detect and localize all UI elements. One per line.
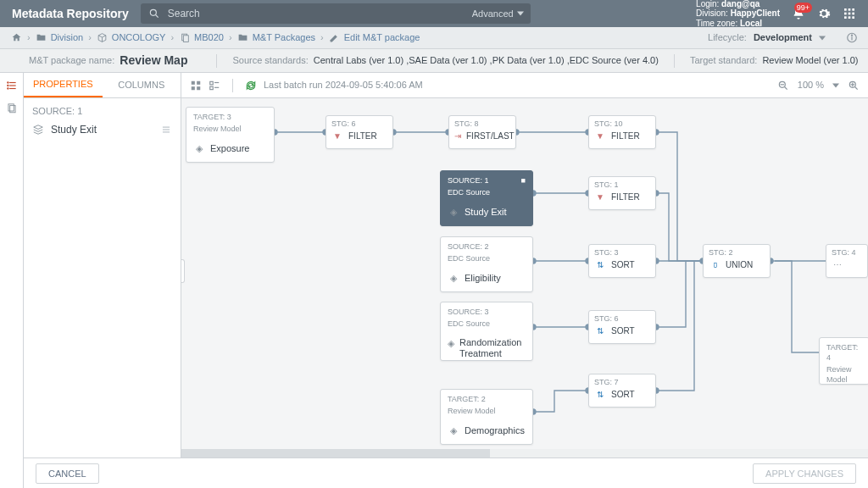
doc-icon — [179, 32, 191, 44]
node-lab[interactable]: TARGET: 4Review Model ◈Laboratory Result… — [819, 337, 868, 385]
search-input[interactable] — [166, 7, 467, 20]
copy-icon[interactable] — [6, 102, 18, 114]
menu-icon[interactable] — [160, 124, 172, 136]
svg-line-1 — [155, 15, 158, 18]
left-rail — [0, 73, 24, 488]
search-box[interactable]: Advanced — [141, 3, 531, 24]
layers-icon — [32, 124, 44, 136]
sort-icon: ⇅ — [594, 325, 606, 337]
pkg-name: Review Map — [120, 53, 187, 69]
crumb-oncology[interactable]: ONCOLOGY — [112, 31, 166, 44]
folder-icon — [36, 32, 47, 44]
list-icon[interactable] — [6, 80, 18, 92]
pkg-label: M&T package name: — [0, 54, 114, 67]
batch-run-text: Last batch run 2024-09-05 5:40:06 AM — [264, 79, 423, 92]
svg-point-21 — [7, 88, 8, 89]
layers-icon: ◈ — [448, 207, 459, 219]
stop-icon: ■ — [521, 175, 526, 186]
layers-icon: ◈ — [448, 425, 459, 437]
node-filter-1[interactable]: STG: 1 ▼FILTER — [588, 176, 656, 210]
node-exposure[interactable]: TARGET: 3Review Model ◈Exposure — [186, 107, 275, 163]
info-icon[interactable] — [846, 32, 858, 44]
svg-rect-6 — [849, 13, 851, 15]
refresh-icon[interactable] — [245, 80, 257, 92]
node-rta[interactable]: SOURCE: 3EDC Source ◈Randomization Treat… — [440, 302, 533, 361]
node-eligibility[interactable]: SOURCE: 2EDC Source ◈Eligibility — [440, 236, 533, 292]
node-union[interactable]: STG: 2 ⩂UNION — [703, 244, 771, 278]
grid-view-icon[interactable] — [190, 80, 202, 92]
svg-point-15 — [851, 35, 852, 36]
svg-rect-10 — [852, 16, 854, 19]
node-sort-3[interactable]: STG: 3 ⇅SORT — [588, 244, 656, 278]
canvas-toolbar: Last batch run 2024-09-05 5:40:06 AM 100… — [181, 73, 868, 98]
node-sort-6[interactable]: STG: 6 ⇅SORT — [588, 310, 656, 344]
svg-rect-30 — [197, 86, 200, 90]
svg-rect-7 — [852, 13, 854, 15]
chevron-down-icon[interactable] — [832, 83, 839, 88]
node-demographics[interactable]: TARGET: 2Review Model ◈Demographics — [440, 389, 533, 445]
search-advanced[interactable]: Advanced — [472, 8, 524, 20]
sort-icon: ⇅ — [594, 259, 606, 271]
breadcrumb: › Division › ONCOLOGY › MB020 › M&T Pack… — [0, 31, 420, 44]
expand-handle[interactable] — [181, 259, 185, 283]
app-title: Metadata Repository — [0, 6, 141, 22]
zoom-out-icon[interactable] — [777, 80, 789, 92]
bell-icon[interactable]: 99+ — [792, 7, 805, 20]
svg-rect-5 — [844, 13, 847, 15]
node-stg-4[interactable]: STG: 4 ⋯ — [826, 244, 868, 278]
apply-button[interactable]: APPLY CHANGES — [753, 463, 856, 484]
svg-rect-31 — [210, 81, 214, 85]
svg-rect-4 — [852, 8, 854, 11]
user-info: Login: dang@qa Division: HappyClient Tim… — [696, 0, 780, 28]
svg-rect-22 — [8, 103, 13, 110]
lifecycle-value[interactable]: Development — [754, 31, 812, 44]
tgt-std-value: Review Model (ver 1.0) — [762, 54, 858, 67]
flow-canvas[interactable]: TARGET: 3Review Model ◈Exposure STG: 6 ▼… — [181, 98, 868, 458]
svg-rect-23 — [9, 105, 14, 112]
svg-line-41 — [855, 86, 858, 89]
svg-point-19 — [7, 82, 8, 83]
node-study-exit-src[interactable]: SOURCE: 1■EDC Source ◈Study Exit — [440, 170, 533, 226]
cancel-button[interactable]: CANCEL — [36, 463, 99, 484]
svg-rect-8 — [844, 16, 847, 19]
gear-icon[interactable] — [817, 7, 831, 20]
zoom-in-icon[interactable] — [848, 80, 860, 92]
svg-rect-9 — [849, 16, 851, 19]
folder-icon — [237, 32, 249, 44]
node-sort-7[interactable]: STG: 7 ⇅SORT — [588, 374, 656, 408]
svg-rect-3 — [849, 8, 851, 11]
list-view-icon[interactable] — [209, 80, 220, 92]
svg-rect-32 — [210, 86, 214, 90]
side-item-study-exit[interactable]: Study Exit — [32, 123, 172, 136]
svg-point-20 — [7, 85, 8, 86]
crumb-edit: Edit M&T package — [344, 31, 420, 44]
layers-icon: ◈ — [448, 273, 459, 285]
node-filter-10[interactable]: STG: 10 ▼FILTER — [588, 115, 656, 149]
cube-icon — [97, 32, 108, 44]
zoom-level: 100 % — [798, 79, 824, 92]
crumb-packages[interactable]: M&T Packages — [253, 31, 315, 44]
layers-icon: ◈ — [193, 143, 205, 155]
filter-icon: ▼ — [594, 191, 606, 203]
node-firstlast[interactable]: STG: 8 ⇥FIRST/LAST — [448, 115, 516, 149]
svg-point-0 — [150, 9, 156, 15]
union-icon: ⩂ — [709, 259, 721, 271]
svg-rect-12 — [183, 36, 188, 42]
layers-icon: ◈ — [448, 337, 454, 349]
svg-rect-28 — [197, 80, 200, 84]
node-filter-6[interactable]: STG: 6 ▼FILTER — [326, 115, 393, 149]
home-icon[interactable] — [10, 32, 22, 44]
side-header: SOURCE: 1 — [32, 105, 172, 118]
op-icon: ⋯ — [832, 259, 843, 271]
src-std-label: Source standards: — [232, 54, 308, 67]
tab-columns[interactable]: COLUMNS — [103, 73, 181, 97]
lifecycle-label: Lifecycle: — [708, 31, 747, 44]
h-scrollbar[interactable] — [181, 449, 868, 458]
apps-icon[interactable] — [843, 7, 856, 20]
tgt-std-label: Target standard: — [690, 54, 758, 67]
crumb-division[interactable]: Division — [51, 31, 84, 44]
chevron-down-icon[interactable] — [819, 36, 826, 41]
tab-properties[interactable]: PROPERTIES — [24, 73, 103, 97]
crumb-mb020[interactable]: MB020 — [194, 31, 224, 44]
sort-icon: ⇅ — [594, 389, 606, 401]
